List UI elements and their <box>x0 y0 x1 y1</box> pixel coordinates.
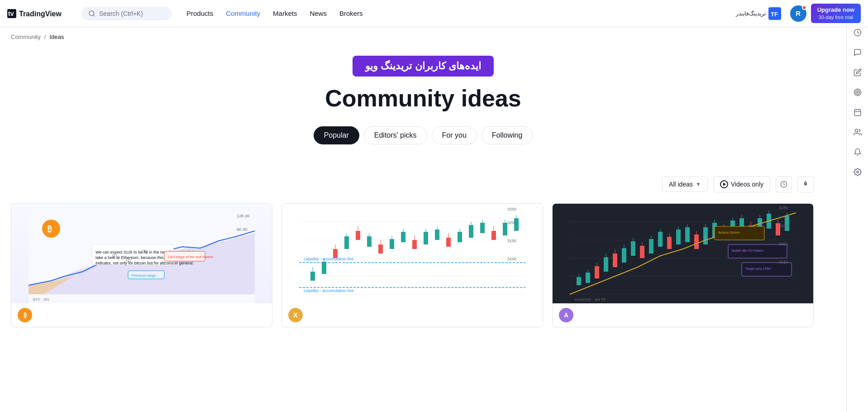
card-avatar-1: ₿ <box>18 308 32 322</box>
nav-community[interactable]: Community <box>220 7 266 20</box>
nav-news[interactable]: News <box>304 7 332 20</box>
idea-card-1[interactable]: We can expect 312k to be hit in the near… <box>11 203 272 327</box>
svg-rect-104 <box>595 266 599 278</box>
svg-text:BTC · 251: BTC · 251 <box>33 297 50 302</box>
ideas-grid: We can expect 312k to be hit in the near… <box>11 203 814 327</box>
svg-text:12K.00: 12K.00 <box>237 214 250 218</box>
svg-text:Last stage of the bull market: Last stage of the bull market <box>168 255 214 259</box>
fire-icon <box>802 181 809 188</box>
svg-rect-74 <box>458 232 462 242</box>
all-ideas-dropdown[interactable]: All ideas ▼ <box>662 177 708 192</box>
svg-rect-48 <box>310 272 315 281</box>
nav-brokers[interactable]: Brokers <box>334 7 368 20</box>
videos-only-button[interactable]: Videos only <box>713 176 770 192</box>
all-ideas-label: All ideas <box>669 181 693 188</box>
content-toolbar: All ideas ▼ Videos only <box>11 176 814 192</box>
svg-text:(3): (3) <box>142 249 147 254</box>
trading-finder-text: تریدینگ‌فایندر <box>736 10 766 17</box>
svg-rect-58 <box>367 236 372 247</box>
svg-text:tv: tv <box>8 10 14 17</box>
svg-rect-126 <box>694 235 699 249</box>
svg-rect-62 <box>390 239 394 249</box>
svg-rect-50 <box>322 262 326 274</box>
svg-rect-102 <box>586 273 590 283</box>
svg-rect-80 <box>491 231 496 240</box>
svg-rect-66 <box>412 240 417 249</box>
svg-rect-108 <box>613 254 617 267</box>
svg-rect-14 <box>854 110 861 116</box>
trending-button[interactable] <box>797 176 814 192</box>
svg-text:Target zone 2700+: Target zone 2700+ <box>745 267 772 271</box>
svg-rect-122 <box>676 230 681 244</box>
sidebar-calendar-icon[interactable] <box>849 103 867 121</box>
nav-products[interactable]: Products <box>181 7 219 20</box>
search-placeholder: Search (Ctrl+K) <box>99 10 143 17</box>
hero-title: Community ideas <box>325 85 521 112</box>
svg-text:3100: 3100 <box>507 257 516 261</box>
upgrade-button[interactable]: Upgrade now 30-day free trial <box>811 4 861 23</box>
svg-rect-118 <box>658 232 663 247</box>
tab-following[interactable]: Following <box>482 126 533 144</box>
sidebar-chat-icon[interactable] <box>849 43 867 62</box>
play-icon <box>720 180 728 188</box>
svg-rect-60 <box>378 244 383 254</box>
svg-rect-78 <box>480 223 485 233</box>
svg-text:Bullish AB=CD Pattern: Bullish AB=CD Pattern <box>732 249 763 252</box>
logo[interactable]: tv TradingView <box>7 7 71 20</box>
svg-rect-106 <box>604 257 608 272</box>
tab-popular[interactable]: Popular <box>314 126 359 144</box>
sidebar-bell-icon[interactable] <box>849 143 867 161</box>
svg-rect-68 <box>424 232 428 244</box>
tab-editors-picks[interactable]: Editors' picks <box>364 126 427 144</box>
svg-point-19 <box>856 171 858 173</box>
idea-card-2[interactable]: Liquidity - accumulation line Liquidity … <box>281 203 543 327</box>
svg-rect-72 <box>446 238 451 247</box>
svg-text:3240: 3240 <box>779 224 788 228</box>
user-avatar[interactable]: R <box>790 5 806 22</box>
svg-rect-54 <box>344 236 349 249</box>
svg-text:Liquidity - accumulation line: Liquidity - accumulation line <box>304 257 354 261</box>
svg-text:TF: TF <box>771 11 778 18</box>
svg-text:3200: 3200 <box>779 242 788 246</box>
idea-chart-2: Liquidity - accumulation line Liquidity … <box>282 204 543 303</box>
svg-text:XAUUSD · 4H TF: XAUUSD · 4H TF <box>574 297 606 302</box>
svg-point-18 <box>855 129 858 132</box>
svg-text:3280: 3280 <box>779 206 788 210</box>
svg-text:TradingView: TradingView <box>19 10 62 18</box>
idea-chart-3: Ariana Stolen Bullish AB=CD Pattern Targ… <box>553 204 813 303</box>
sidebar-people-icon[interactable] <box>849 123 867 141</box>
svg-text:3200: 3200 <box>507 220 516 225</box>
sidebar-pencil-icon[interactable] <box>849 63 867 81</box>
breadcrumb-community[interactable]: Community <box>11 34 41 40</box>
navbar: tv TradingView Search (Ctrl+K) Products … <box>0 0 868 27</box>
sidebar-target-icon[interactable] <box>849 83 867 101</box>
hero-section: ایده‌های کاربران تریدینگ ویو Community i… <box>0 47 846 163</box>
videos-only-label: Videos only <box>731 181 763 188</box>
trading-finder[interactable]: تریدینگ‌فایندر TF <box>731 5 786 22</box>
svg-text:3150: 3150 <box>507 239 516 243</box>
idea-card-3[interactable]: Ariana Stolen Bullish AB=CD Pattern Targ… <box>552 203 814 327</box>
card-bottom-1: ₿ <box>11 303 272 327</box>
svg-line-4 <box>93 15 95 16</box>
svg-rect-114 <box>640 246 644 258</box>
svg-text:3160: 3160 <box>779 260 788 264</box>
notification-dot <box>802 5 806 10</box>
svg-rect-110 <box>622 248 626 263</box>
breadcrumb-separator: / <box>44 34 46 40</box>
svg-text:(2): (2) <box>126 258 131 263</box>
search-box[interactable]: Search (Ctrl+K) <box>81 7 172 20</box>
card-avatar-2: X <box>288 308 303 322</box>
svg-rect-116 <box>649 239 653 254</box>
sidebar-settings-icon[interactable] <box>849 163 867 181</box>
svg-point-13 <box>857 92 858 93</box>
sort-recent-button[interactable] <box>776 176 792 192</box>
clock-sort-icon <box>780 181 787 188</box>
svg-text:3250: 3250 <box>507 207 516 211</box>
svg-rect-112 <box>631 241 635 256</box>
breadcrumb: Community / Ideas <box>0 27 846 47</box>
svg-text:8K.00: 8K.00 <box>237 227 248 232</box>
svg-rect-64 <box>401 232 405 242</box>
tab-for-you[interactable]: For you <box>432 126 477 144</box>
main-content: Community / Ideas ایده‌های کاربران تریدی… <box>0 27 846 338</box>
nav-markets[interactable]: Markets <box>267 7 302 20</box>
